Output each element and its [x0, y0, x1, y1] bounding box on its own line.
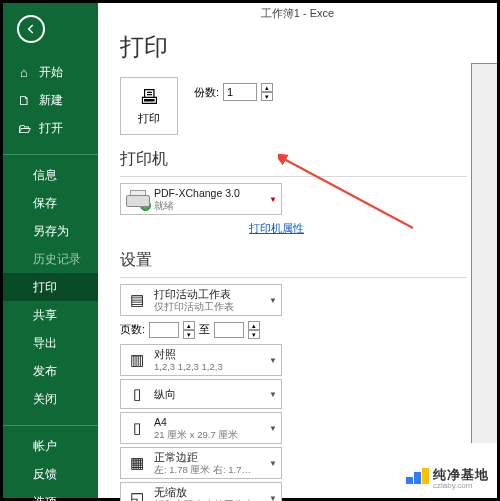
watermark: 纯净基地 czlaby.com — [406, 468, 489, 490]
nav-label: 开始 — [39, 64, 63, 81]
sheet-icon: ▤ — [126, 289, 148, 311]
pages-from-input[interactable] — [149, 322, 179, 338]
print-button-label: 打印 — [138, 111, 160, 126]
watermark-url: czlaby.com — [433, 482, 489, 490]
nav-home[interactable]: ⌂开始 — [3, 58, 98, 86]
sidebar: ⌂开始 🗋新建 🗁打开 信息 保存 另存为 历史记录 打印 共享 导出 发布 关… — [3, 3, 98, 498]
chevron-down-icon: ▼ — [269, 389, 277, 398]
collate-icon: ▥ — [126, 349, 148, 371]
scaling-combo[interactable]: ◱ 无缩放 打印实际大小的工作表 ▼ — [120, 482, 282, 501]
copies-down[interactable]: ▾ — [261, 92, 273, 101]
nav-label: 新建 — [39, 92, 63, 109]
spin-up[interactable]: ▴ — [248, 321, 260, 330]
nav-open[interactable]: 🗁打开 — [3, 114, 98, 142]
printer-name: PDF-XChange 3.0 — [154, 187, 240, 200]
printer-section-title: 打印机 — [120, 149, 497, 170]
spin-up[interactable]: ▴ — [183, 321, 195, 330]
combo-sub: 21 厘米 x 29.7 厘米 — [154, 429, 238, 440]
spin-down[interactable]: ▾ — [183, 330, 195, 339]
copies-up[interactable]: ▴ — [261, 83, 273, 92]
chevron-down-icon: ▼ — [269, 493, 277, 501]
combo-title: 无缩放 — [154, 486, 254, 499]
chevron-down-icon: ▼ — [269, 458, 277, 467]
nav-export[interactable]: 导出 — [3, 329, 98, 357]
printer-status: 就绪 — [154, 200, 240, 211]
nav-feedback[interactable]: 反馈 — [3, 460, 98, 488]
pages-label: 页数: — [120, 323, 145, 337]
paper-icon: ▯ — [126, 417, 148, 439]
pages-to-label: 至 — [199, 323, 210, 337]
combo-title: 纵向 — [154, 388, 176, 401]
scope-combo[interactable]: ▤ 打印活动工作表 仅打印活动工作表 ▼ — [120, 284, 282, 316]
preview-edge — [471, 63, 497, 443]
combo-title: 打印活动工作表 — [154, 288, 234, 301]
combo-title: 对照 — [154, 348, 223, 361]
print-button[interactable]: 🖶 打印 — [120, 77, 178, 135]
main: 工作簿1 - Exce 打印 🖶 打印 份数: ▴ ▾ 打印机 ✓ — [98, 3, 497, 498]
watermark-logo-icon — [406, 468, 428, 490]
back-icon[interactable] — [17, 15, 45, 43]
chevron-down-icon: ▼ — [269, 194, 277, 203]
nav-info[interactable]: 信息 — [3, 161, 98, 189]
nav-history: 历史记录 — [3, 245, 98, 273]
orientation-combo[interactable]: ▯ 纵向 ▼ — [120, 379, 282, 409]
combo-title: A4 — [154, 416, 238, 429]
combo-sub: 1,2,3 1,2,3 1,2,3 — [154, 361, 223, 372]
copies-input[interactable] — [223, 83, 257, 101]
combo-sub: 左: 1.78 厘米 右: 1.7… — [154, 464, 251, 475]
chevron-down-icon: ▼ — [269, 295, 277, 304]
nav-new[interactable]: 🗋新建 — [3, 86, 98, 114]
printer-icon: 🖶 — [139, 86, 159, 109]
chevron-down-icon: ▼ — [269, 423, 277, 432]
printer-combo[interactable]: ✓ PDF-XChange 3.0 就绪 ▼ — [120, 183, 282, 215]
nav-label: 打开 — [39, 120, 63, 137]
new-icon: 🗋 — [17, 93, 31, 108]
settings-section-title: 设置 — [120, 250, 497, 271]
margins-combo[interactable]: ▦ 正常边距 左: 1.78 厘米 右: 1.7… ▼ — [120, 447, 282, 479]
nav-options[interactable]: 选项 — [3, 488, 98, 501]
nav-publish[interactable]: 发布 — [3, 357, 98, 385]
printer-selected-icon: ✓ — [126, 188, 148, 210]
pages-to-input[interactable] — [214, 322, 244, 338]
nav-save[interactable]: 保存 — [3, 189, 98, 217]
nav-saveas[interactable]: 另存为 — [3, 217, 98, 245]
open-icon: 🗁 — [17, 121, 31, 136]
portrait-icon: ▯ — [126, 383, 148, 405]
watermark-text: 纯净基地 — [433, 468, 489, 482]
nav-print[interactable]: 打印 — [3, 273, 98, 301]
combo-sub: 仅打印活动工作表 — [154, 301, 234, 312]
home-icon: ⌂ — [17, 65, 31, 80]
printer-properties-link[interactable]: 打印机属性 — [249, 222, 304, 234]
spin-down[interactable]: ▾ — [248, 330, 260, 339]
scaling-icon: ◱ — [126, 487, 148, 501]
collate-combo[interactable]: ▥ 对照 1,2,3 1,2,3 1,2,3 ▼ — [120, 344, 282, 376]
paper-combo[interactable]: ▯ A4 21 厘米 x 29.7 厘米 ▼ — [120, 412, 282, 444]
combo-title: 正常边距 — [154, 451, 251, 464]
chevron-down-icon: ▼ — [269, 355, 277, 364]
nav-share[interactable]: 共享 — [3, 301, 98, 329]
nav-close[interactable]: 关闭 — [3, 385, 98, 413]
copies-label: 份数: — [194, 85, 219, 100]
margins-icon: ▦ — [126, 452, 148, 474]
nav-account[interactable]: 帐户 — [3, 432, 98, 460]
titlebar: 工作簿1 - Exce — [98, 3, 497, 25]
page-title: 打印 — [120, 31, 497, 63]
